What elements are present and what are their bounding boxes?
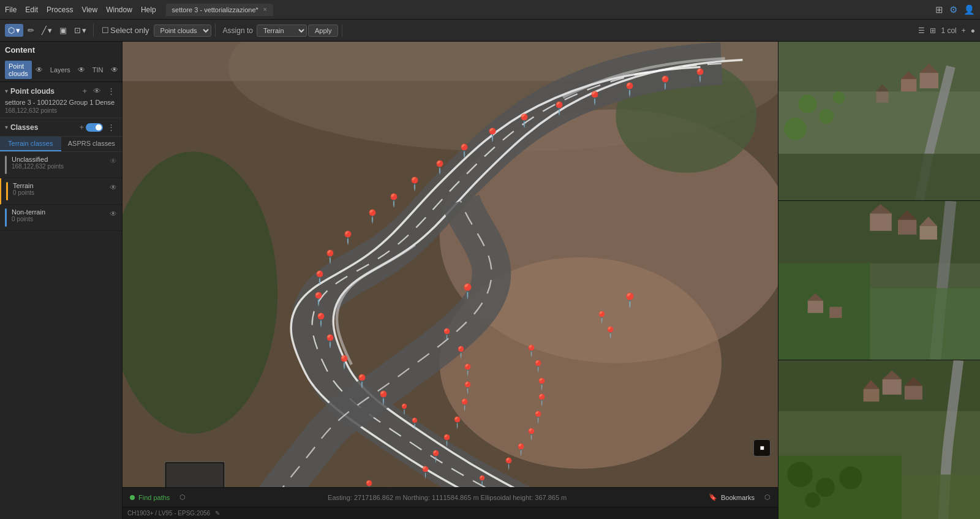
titlebar: File Edit Process View Window Help setto… — [0, 0, 980, 20]
layers-eye-icon[interactable]: 👁 — [78, 66, 85, 74]
assign-to-select[interactable]: Terrain — [257, 25, 307, 37]
svg-text:📍: 📍 — [595, 310, 609, 324]
filter-icon[interactable]: ☰ — [918, 26, 925, 35]
svg-text:📍: 📍 — [531, 359, 545, 373]
svg-text:📍: 📍 — [692, 67, 708, 83]
svg-rect-94 — [883, 379, 902, 395]
menu-bar: File Edit Process View Window Help — [5, 6, 156, 14]
menu-edit[interactable]: Edit — [25, 6, 38, 14]
svg-text:📍: 📍 — [407, 176, 423, 192]
user-icon[interactable]: 👤 — [963, 4, 975, 15]
edit-crs-icon[interactable]: ✎ — [215, 510, 220, 517]
svg-text:📍: 📍 — [458, 398, 472, 412]
terrain-classes-tab[interactable]: Terrain classes — [0, 137, 61, 151]
more-classes-button[interactable]: ⋮ — [105, 122, 117, 132]
bookmark-icon: 🔖 — [709, 493, 717, 501]
titlebar-actions: ⊞ ⚙ 👤 — [935, 4, 975, 15]
svg-point-78 — [832, 91, 845, 104]
sidebar-tab-bar: Point clouds 👁 Layers 👁 TIN 👁 — [0, 58, 122, 82]
svg-rect-88 — [870, 288, 980, 360]
svg-text:📍: 📍 — [322, 333, 338, 349]
scene-svg: 📍 📍 📍 📍 📍 📍 📍 📍 📍 📍 📍 📍 📍 📍 📍 — [123, 42, 778, 487]
terrain-visibility-icon[interactable]: 👁 — [110, 183, 117, 192]
sidebar-tab-point-clouds[interactable]: Point clouds — [5, 61, 32, 79]
grid-icon[interactable]: ⊞ — [930, 26, 936, 35]
sidebar-tab-layers[interactable]: Layers — [47, 64, 74, 75]
add-col-button[interactable]: + — [962, 26, 966, 35]
layout-icon[interactable]: ⊞ — [935, 4, 943, 15]
svg-text:📍: 📍 — [461, 363, 475, 377]
classes-toggle[interactable] — [86, 123, 103, 132]
unclassified-visibility-icon[interactable]: 👁 — [110, 157, 117, 165]
class-item-unclassified[interactable]: Unclassified 168,122,632 points 👁 — [0, 152, 122, 178]
svg-text:📍: 📍 — [535, 393, 549, 407]
pc-name: settore 3 - 10012022 Group 1 Dense — [5, 99, 117, 106]
svg-point-77 — [784, 118, 807, 140]
bookmarks-button[interactable]: 🔖 Bookmarks — [709, 493, 755, 501]
overview-image-1 — [778, 42, 980, 200]
annotation-tool-button[interactable]: ▣ — [56, 24, 70, 37]
add-class-button[interactable]: + — [77, 122, 86, 132]
statusbar: CH1903+ / LV95 - EPSG:2056 ✎ — [123, 507, 778, 519]
add-pc-button[interactable]: + — [80, 86, 89, 96]
menu-file[interactable]: File — [5, 6, 17, 14]
settings-icon[interactable]: ⚙ — [949, 4, 957, 15]
tin-eye-icon[interactable]: 👁 — [111, 66, 118, 74]
stop-button[interactable]: ■ — [753, 439, 771, 456]
select-only-button[interactable]: ☐ Select only — [99, 24, 153, 37]
measure-tool-button[interactable]: ╱ ▾ — [39, 24, 55, 37]
menu-view[interactable]: View — [81, 6, 97, 14]
more-pc-button[interactable]: ⋮ — [105, 86, 117, 96]
svg-point-103 — [816, 478, 835, 497]
svg-rect-98 — [864, 389, 880, 402]
eye-icon[interactable]: 👁 — [36, 66, 43, 74]
svg-text:📍: 📍 — [311, 291, 326, 307]
point-clouds-select[interactable]: Point clouds — [154, 25, 211, 37]
svg-text:📍: 📍 — [535, 377, 549, 391]
svg-text:📍: 📍 — [313, 312, 329, 328]
class-item-terrain[interactable]: Terrain 0 points 👁 — [0, 178, 122, 205]
asprs-classes-tab[interactable]: ASPRS classes — [61, 137, 123, 151]
svg-rect-83 — [898, 219, 916, 234]
class-tab-bar: Terrain classes ASPRS classes — [0, 137, 122, 152]
nonterrain-info: Non-terrain 0 points — [12, 208, 110, 222]
more-tools-button[interactable]: ⊡ ▾ — [71, 24, 89, 37]
menu-window[interactable]: Window — [106, 6, 132, 14]
coordinates-display: Easting: 2717186.862 m Northing: 1111584… — [195, 494, 699, 501]
svg-text:📍: 📍 — [524, 427, 538, 441]
svg-text:📍: 📍 — [531, 410, 545, 424]
svg-text:📍: 📍 — [456, 143, 472, 159]
svg-text:📍: 📍 — [551, 100, 567, 116]
eye-pc-button[interactable]: 👁 — [91, 86, 103, 96]
collapse-bottom-right-icon[interactable]: ⬡ — [764, 493, 771, 501]
draw-tool-button[interactable]: ✏ — [24, 24, 37, 37]
main-viewport[interactable]: 📍 📍 📍 📍 📍 📍 📍 📍 📍 📍 📍 📍 📍 📍 📍 — [123, 42, 778, 487]
menu-help[interactable]: Help — [141, 6, 156, 14]
find-paths-button[interactable]: Find paths — [130, 494, 170, 501]
svg-text:📍: 📍 — [450, 415, 464, 430]
expand-classes-icon[interactable]: ▾ — [5, 124, 8, 131]
active-tab[interactable]: settore 3 - vettorializzazione* × — [166, 4, 273, 16]
select-tool-button[interactable]: ⬡ ▾ — [5, 24, 23, 37]
svg-text:📍: 📍 — [514, 442, 528, 456]
sidebar-tab-tin[interactable]: TIN — [89, 64, 107, 75]
nonterrain-visibility-icon[interactable]: 👁 — [110, 210, 117, 218]
pc-section-header: ▾ Point clouds + 👁 ⋮ — [5, 86, 117, 96]
nonterrain-color — [5, 208, 7, 227]
close-tab-button[interactable]: × — [263, 6, 267, 13]
point-clouds-section: ▾ Point clouds + 👁 ⋮ settore 3 - 1001202… — [0, 82, 122, 118]
svg-text:📍: 📍 — [621, 292, 639, 309]
apply-button[interactable]: Apply — [308, 25, 339, 37]
unclassified-color — [5, 156, 7, 174]
expand-bottom-left-icon[interactable]: ⬡ — [179, 493, 186, 501]
expand-pc-icon[interactable]: ▾ — [5, 88, 8, 94]
svg-text:📍: 📍 — [362, 479, 376, 487]
find-paths-label: Find paths — [138, 494, 170, 501]
svg-rect-91 — [829, 307, 842, 318]
classes-section: ▾ Classes + ⋮ Terrain classes ASPRS clas… — [0, 118, 122, 519]
dropdown-arrow2: ▾ — [48, 26, 52, 35]
class-item-nonterrain[interactable]: Non-terrain 0 points 👁 — [0, 205, 122, 231]
dropdown-arrow3: ▾ — [82, 26, 86, 35]
view-dot[interactable]: ● — [971, 26, 975, 35]
menu-process[interactable]: Process — [47, 6, 73, 14]
